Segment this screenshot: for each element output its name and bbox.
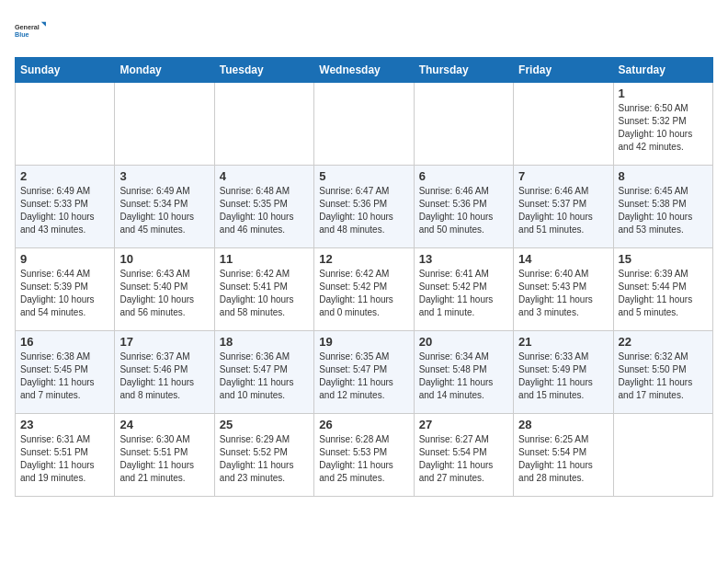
calendar-cell: 28Sunrise: 6:25 AM Sunset: 5:54 PM Dayli… (514, 414, 613, 497)
logo-icon: GeneralBlue (15, 15, 48, 48)
col-header-wednesday: Wednesday (314, 58, 414, 83)
day-number: 3 (119, 169, 209, 183)
day-number: 16 (20, 335, 109, 349)
day-number: 2 (20, 169, 109, 183)
calendar-week-3: 9Sunrise: 6:44 AM Sunset: 5:39 PM Daylig… (16, 248, 713, 331)
day-info: Sunrise: 6:47 AM Sunset: 5:36 PM Dayligh… (319, 185, 408, 236)
day-number: 13 (419, 252, 508, 266)
day-info: Sunrise: 6:32 AM Sunset: 5:50 PM Dayligh… (619, 350, 708, 402)
calendar-cell (16, 83, 115, 166)
day-number: 28 (518, 418, 608, 431)
day-info: Sunrise: 6:33 AM Sunset: 5:49 PM Dayligh… (518, 350, 608, 402)
day-number: 20 (419, 335, 508, 349)
day-info: Sunrise: 6:41 AM Sunset: 5:42 PM Dayligh… (419, 268, 508, 319)
calendar-cell (414, 83, 513, 166)
day-info: Sunrise: 6:44 AM Sunset: 5:39 PM Dayligh… (20, 268, 109, 319)
day-number: 22 (619, 335, 708, 349)
day-number: 17 (119, 335, 209, 349)
calendar-cell: 16Sunrise: 6:38 AM Sunset: 5:45 PM Dayli… (16, 331, 115, 414)
col-header-tuesday: Tuesday (214, 58, 313, 83)
calendar-cell: 4Sunrise: 6:48 AM Sunset: 5:35 PM Daylig… (214, 166, 313, 248)
day-info: Sunrise: 6:25 AM Sunset: 5:54 PM Dayligh… (518, 433, 608, 485)
day-info: Sunrise: 6:48 AM Sunset: 5:35 PM Dayligh… (220, 185, 309, 236)
day-number: 24 (119, 418, 209, 431)
calendar-week-1: 1Sunrise: 6:50 AM Sunset: 5:32 PM Daylig… (16, 83, 713, 166)
svg-text:General: General (15, 23, 40, 31)
col-header-sunday: Sunday (16, 58, 115, 83)
calendar-week-4: 16Sunrise: 6:38 AM Sunset: 5:45 PM Dayli… (16, 331, 713, 414)
day-info: Sunrise: 6:45 AM Sunset: 5:38 PM Dayligh… (619, 185, 708, 236)
day-number: 19 (319, 335, 408, 349)
calendar-cell: 24Sunrise: 6:30 AM Sunset: 5:51 PM Dayli… (115, 414, 214, 497)
day-info: Sunrise: 6:38 AM Sunset: 5:45 PM Dayligh… (20, 350, 109, 402)
day-number: 18 (220, 335, 309, 349)
day-number: 10 (119, 252, 209, 266)
calendar-cell: 13Sunrise: 6:41 AM Sunset: 5:42 PM Dayli… (414, 248, 513, 331)
day-number: 25 (220, 418, 309, 431)
day-info: Sunrise: 6:49 AM Sunset: 5:33 PM Dayligh… (20, 185, 109, 236)
calendar-cell (115, 83, 214, 166)
day-number: 1 (619, 86, 708, 100)
day-number: 21 (518, 335, 608, 349)
calendar-week-2: 2Sunrise: 6:49 AM Sunset: 5:33 PM Daylig… (16, 166, 713, 248)
calendar-cell: 2Sunrise: 6:49 AM Sunset: 5:33 PM Daylig… (16, 166, 115, 248)
day-info: Sunrise: 6:42 AM Sunset: 5:41 PM Dayligh… (220, 268, 309, 319)
calendar-cell: 27Sunrise: 6:27 AM Sunset: 5:54 PM Dayli… (414, 414, 513, 497)
calendar-body: 1Sunrise: 6:50 AM Sunset: 5:32 PM Daylig… (16, 83, 713, 497)
day-info: Sunrise: 6:27 AM Sunset: 5:54 PM Dayligh… (419, 433, 508, 485)
day-info: Sunrise: 6:31 AM Sunset: 5:51 PM Dayligh… (20, 433, 109, 485)
day-number: 8 (619, 169, 708, 183)
calendar-cell: 25Sunrise: 6:29 AM Sunset: 5:52 PM Dayli… (214, 414, 313, 497)
calendar-cell (613, 414, 712, 497)
day-info: Sunrise: 6:30 AM Sunset: 5:51 PM Dayligh… (119, 433, 209, 485)
day-number: 15 (619, 252, 708, 266)
day-info: Sunrise: 6:43 AM Sunset: 5:40 PM Dayligh… (119, 268, 209, 319)
day-info: Sunrise: 6:28 AM Sunset: 5:53 PM Dayligh… (319, 433, 408, 485)
day-number: 23 (20, 418, 109, 431)
day-number: 9 (20, 252, 109, 266)
day-number: 14 (518, 252, 608, 266)
calendar-cell: 26Sunrise: 6:28 AM Sunset: 5:53 PM Dayli… (314, 414, 414, 497)
calendar-cell: 1Sunrise: 6:50 AM Sunset: 5:32 PM Daylig… (613, 83, 712, 166)
calendar-cell: 5Sunrise: 6:47 AM Sunset: 5:36 PM Daylig… (314, 166, 414, 248)
day-number: 7 (518, 169, 608, 183)
calendar-cell: 19Sunrise: 6:35 AM Sunset: 5:47 PM Dayli… (314, 331, 414, 414)
calendar-cell: 9Sunrise: 6:44 AM Sunset: 5:39 PM Daylig… (16, 248, 115, 331)
day-info: Sunrise: 6:42 AM Sunset: 5:42 PM Dayligh… (319, 268, 408, 319)
day-number: 27 (419, 418, 508, 431)
col-header-saturday: Saturday (613, 58, 712, 83)
calendar-cell: 18Sunrise: 6:36 AM Sunset: 5:47 PM Dayli… (214, 331, 313, 414)
day-number: 26 (319, 418, 408, 431)
calendar-cell: 15Sunrise: 6:39 AM Sunset: 5:44 PM Dayli… (613, 248, 712, 331)
day-info: Sunrise: 6:35 AM Sunset: 5:47 PM Dayligh… (319, 350, 408, 402)
day-info: Sunrise: 6:39 AM Sunset: 5:44 PM Dayligh… (619, 268, 708, 319)
day-info: Sunrise: 6:37 AM Sunset: 5:46 PM Dayligh… (119, 350, 209, 402)
calendar-cell: 20Sunrise: 6:34 AM Sunset: 5:48 PM Dayli… (414, 331, 513, 414)
day-number: 12 (319, 252, 408, 266)
calendar-header-row: SundayMondayTuesdayWednesdayThursdayFrid… (16, 58, 713, 83)
day-number: 11 (220, 252, 309, 266)
day-number: 4 (220, 169, 309, 183)
calendar-cell: 14Sunrise: 6:40 AM Sunset: 5:43 PM Dayli… (514, 248, 613, 331)
calendar-cell (314, 83, 414, 166)
col-header-friday: Friday (514, 58, 613, 83)
svg-marker-2 (41, 22, 46, 27)
day-info: Sunrise: 6:34 AM Sunset: 5:48 PM Dayligh… (419, 350, 508, 402)
day-info: Sunrise: 6:49 AM Sunset: 5:34 PM Dayligh… (119, 185, 209, 236)
day-info: Sunrise: 6:46 AM Sunset: 5:36 PM Dayligh… (419, 185, 508, 236)
calendar-table: SundayMondayTuesdayWednesdayThursdayFrid… (15, 57, 713, 497)
calendar-week-5: 23Sunrise: 6:31 AM Sunset: 5:51 PM Dayli… (16, 414, 713, 497)
svg-text:Blue: Blue (15, 30, 29, 39)
day-info: Sunrise: 6:40 AM Sunset: 5:43 PM Dayligh… (518, 268, 608, 319)
day-info: Sunrise: 6:36 AM Sunset: 5:47 PM Dayligh… (220, 350, 309, 402)
col-header-thursday: Thursday (414, 58, 513, 83)
calendar-cell: 21Sunrise: 6:33 AM Sunset: 5:49 PM Dayli… (514, 331, 613, 414)
calendar-cell: 6Sunrise: 6:46 AM Sunset: 5:36 PM Daylig… (414, 166, 513, 248)
day-info: Sunrise: 6:46 AM Sunset: 5:37 PM Dayligh… (518, 185, 608, 236)
calendar-cell: 7Sunrise: 6:46 AM Sunset: 5:37 PM Daylig… (514, 166, 613, 248)
day-info: Sunrise: 6:29 AM Sunset: 5:52 PM Dayligh… (220, 433, 309, 485)
day-number: 5 (319, 169, 408, 183)
calendar-cell: 12Sunrise: 6:42 AM Sunset: 5:42 PM Dayli… (314, 248, 414, 331)
calendar-cell (214, 83, 313, 166)
calendar-cell: 23Sunrise: 6:31 AM Sunset: 5:51 PM Dayli… (16, 414, 115, 497)
